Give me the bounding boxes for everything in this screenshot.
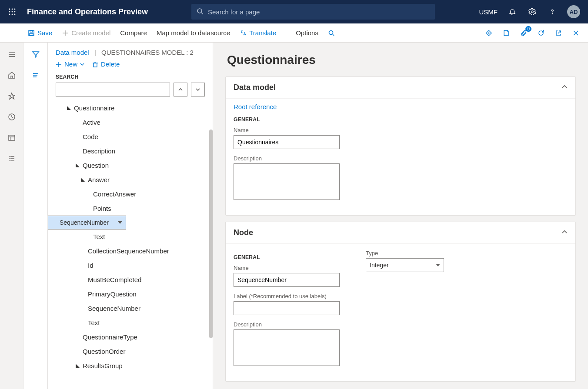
tree-node-label: Text bbox=[93, 233, 105, 240]
lines-icon[interactable] bbox=[31, 70, 40, 80]
workspace-icon[interactable] bbox=[7, 133, 17, 143]
datamodel-name-input[interactable] bbox=[234, 135, 340, 149]
tree-node-label: Description bbox=[83, 147, 115, 155]
book-icon[interactable] bbox=[502, 29, 511, 37]
separator bbox=[286, 27, 286, 39]
svg-point-12 bbox=[552, 13, 552, 14]
tree-node[interactable]: MustBeCompleted bbox=[48, 273, 213, 287]
tree-node[interactable]: CollectionSequenceNumber bbox=[48, 244, 213, 258]
caret-icon bbox=[80, 178, 86, 182]
company-selector[interactable]: USMF bbox=[479, 8, 498, 16]
card-title: Node bbox=[234, 228, 253, 237]
tree-node-label: SequenceNumber bbox=[60, 219, 109, 226]
datamodel-description-input[interactable] bbox=[234, 163, 340, 200]
caret-icon bbox=[66, 106, 72, 110]
save-button[interactable]: Save bbox=[28, 29, 52, 37]
modules-icon[interactable] bbox=[7, 154, 17, 163]
new-button[interactable]: New bbox=[56, 60, 84, 68]
global-search-input[interactable] bbox=[208, 8, 430, 16]
node-name-input[interactable] bbox=[234, 273, 340, 287]
general-label: GENERAL bbox=[234, 254, 340, 260]
root-reference-link[interactable]: Root reference bbox=[234, 103, 277, 110]
tree-node[interactable]: SequenceNumber bbox=[48, 301, 213, 316]
app-title: Finance and Operations Preview bbox=[27, 7, 148, 17]
map-model-button[interactable]: Map model to datasource bbox=[157, 29, 230, 37]
caret-icon bbox=[75, 364, 81, 368]
svg-marker-48 bbox=[76, 163, 80, 167]
tree-panel: Data model | QUESTIONNAIRES MODEL : 2 Ne… bbox=[48, 43, 213, 389]
bell-icon[interactable] bbox=[507, 7, 518, 17]
node-type-select[interactable]: Integer bbox=[366, 258, 444, 272]
chevron-up-icon[interactable] bbox=[561, 228, 568, 237]
tree-node[interactable]: PrimaryQuestion bbox=[48, 287, 213, 301]
description-label: Description bbox=[234, 155, 568, 162]
compare-button[interactable]: Compare bbox=[120, 29, 147, 37]
refresh-icon[interactable] bbox=[537, 29, 545, 37]
data-model-card: Data model Root reference GENERAL Name D… bbox=[225, 76, 576, 216]
svg-point-8 bbox=[14, 14, 16, 15]
left-rail bbox=[0, 43, 23, 389]
recent-icon[interactable] bbox=[7, 112, 17, 122]
search-up-button[interactable] bbox=[174, 83, 187, 96]
star-icon[interactable] bbox=[7, 91, 17, 101]
tree-node-label: Answer bbox=[88, 176, 110, 183]
svg-marker-49 bbox=[81, 178, 85, 182]
find-button[interactable] bbox=[328, 30, 335, 37]
tree-node-label: Points bbox=[93, 205, 111, 212]
svg-point-1 bbox=[12, 9, 13, 10]
delete-button[interactable]: Delete bbox=[92, 60, 120, 68]
tree-node[interactable]: CorrectAnswer bbox=[48, 187, 213, 201]
label-label: Label (*Recommended to use labels) bbox=[234, 293, 340, 299]
tree-node[interactable]: QuestionnaireType bbox=[48, 330, 213, 344]
node-label-input[interactable] bbox=[234, 301, 340, 315]
translate-button[interactable]: Translate bbox=[240, 29, 276, 37]
svg-marker-21 bbox=[488, 32, 490, 34]
help-icon[interactable] bbox=[547, 7, 558, 17]
node-description-input[interactable] bbox=[234, 329, 340, 366]
tree-node-label: Question bbox=[83, 162, 109, 169]
tree-node[interactable]: Id bbox=[48, 258, 213, 273]
tree-node[interactable]: SequenceNumber bbox=[48, 216, 126, 229]
breadcrumb-root[interactable]: Data model bbox=[56, 49, 89, 56]
tree-node[interactable]: Code bbox=[48, 130, 213, 144]
tree-node[interactable]: Text bbox=[48, 316, 213, 330]
tree-node-label: Active bbox=[83, 119, 100, 126]
tree-node-label: Id bbox=[88, 262, 94, 269]
svg-point-9 bbox=[197, 9, 202, 13]
svg-point-18 bbox=[329, 30, 333, 34]
app-launcher-icon[interactable] bbox=[4, 4, 20, 20]
node-card: Node GENERAL Name Label (*Recommended to… bbox=[225, 222, 576, 382]
top-nav-bar: Finance and Operations Preview USMF AD bbox=[0, 0, 588, 23]
gear-icon[interactable] bbox=[527, 7, 538, 17]
filter-icon[interactable] bbox=[31, 50, 40, 59]
options-button[interactable]: Options bbox=[296, 29, 318, 37]
tree-node[interactable]: Question bbox=[48, 158, 213, 173]
tree-node[interactable]: Points bbox=[48, 201, 213, 216]
chevron-up-icon[interactable] bbox=[561, 83, 568, 92]
hamburger-icon[interactable] bbox=[7, 50, 17, 59]
tree-node-label: SequenceNumber bbox=[88, 305, 140, 312]
svg-marker-38 bbox=[33, 52, 39, 57]
close-icon[interactable] bbox=[571, 29, 580, 37]
svg-line-19 bbox=[333, 34, 334, 36]
tree-search-input[interactable] bbox=[56, 83, 170, 96]
global-search[interactable] bbox=[191, 4, 435, 20]
user-avatar[interactable]: AD bbox=[567, 5, 580, 18]
svg-point-4 bbox=[12, 11, 13, 13]
popout-icon[interactable] bbox=[554, 29, 563, 37]
tree-node[interactable]: ResultsGroup bbox=[48, 359, 213, 373]
attachment-icon[interactable]: 0 bbox=[519, 29, 528, 37]
search-down-button[interactable] bbox=[191, 83, 205, 96]
tree-node[interactable]: Description bbox=[48, 144, 213, 158]
pin-icon[interactable] bbox=[484, 29, 493, 37]
home-icon[interactable] bbox=[7, 70, 17, 80]
general-label: GENERAL bbox=[234, 116, 568, 123]
command-bar: Save Create model Compare Map model to d… bbox=[0, 23, 588, 43]
scrollbar[interactable] bbox=[209, 130, 213, 338]
tree-node[interactable]: Questionnaire bbox=[48, 101, 213, 115]
tree-node[interactable]: Text bbox=[48, 229, 213, 244]
tree-node[interactable]: QuestionOrder bbox=[48, 344, 213, 359]
tree-view[interactable]: QuestionnaireActiveCodeDescriptionQuesti… bbox=[48, 101, 213, 389]
tree-node[interactable]: Answer bbox=[48, 173, 213, 187]
tree-node[interactable]: Active bbox=[48, 115, 213, 130]
